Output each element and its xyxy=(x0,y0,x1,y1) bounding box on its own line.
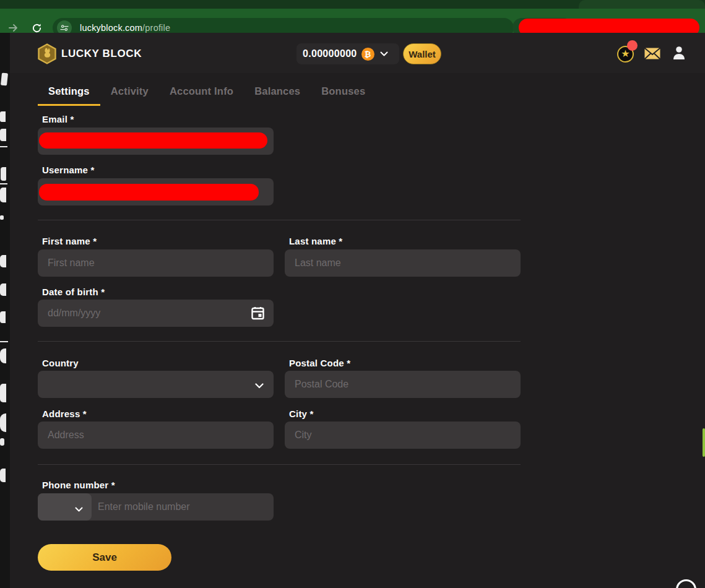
chevron-down-icon[interactable] xyxy=(380,51,388,56)
chevron-down-icon xyxy=(75,503,83,514)
address-input[interactable] xyxy=(38,422,274,449)
balance-selector[interactable]: 0.00000000 ₿ xyxy=(296,43,399,64)
address-label: Address * xyxy=(42,409,87,419)
redaction-bar-email xyxy=(39,132,267,149)
first-name-label: First name * xyxy=(42,236,97,246)
reload-icon[interactable] xyxy=(31,22,42,33)
browser-toolbar: luckyblock.com/profile xyxy=(0,9,705,33)
postal-code-label: Postal Code * xyxy=(289,358,350,368)
browser-window: luckyblock.com/profile LUCKY BLOCK 0 xyxy=(0,0,705,588)
section-divider xyxy=(38,464,521,465)
phone-country-code-select[interactable] xyxy=(38,493,92,521)
country-select[interactable] xyxy=(38,371,274,398)
city-input[interactable] xyxy=(285,422,521,449)
phone-field-group xyxy=(38,493,274,521)
tab-bonuses[interactable]: Bonuses xyxy=(311,81,376,106)
email-label: Email * xyxy=(42,114,74,124)
redaction-bar-username xyxy=(39,184,259,201)
scrollbar-thumb[interactable] xyxy=(703,428,705,457)
balance-amount: 0.00000000 xyxy=(303,48,357,59)
calendar-icon[interactable] xyxy=(251,306,264,322)
section-divider xyxy=(38,341,521,342)
bitcoin-icon: ₿ xyxy=(361,48,374,61)
person-icon[interactable] xyxy=(672,46,686,63)
city-label: City * xyxy=(289,409,314,419)
dob-label: Date of birth * xyxy=(42,287,105,297)
url-domain: luckyblock.com xyxy=(80,23,142,33)
forward-icon[interactable] xyxy=(7,22,19,33)
username-label: Username * xyxy=(42,165,95,175)
profile-tabs: Settings Activity Account Info Balances … xyxy=(38,81,376,106)
phone-label: Phone number * xyxy=(42,480,115,490)
tab-balances[interactable]: Balances xyxy=(244,81,311,106)
browser-tab[interactable] xyxy=(579,0,705,9)
mail-icon[interactable] xyxy=(644,48,660,62)
country-label: Country xyxy=(42,358,79,368)
section-divider xyxy=(38,220,521,220)
notification-dot xyxy=(627,40,638,51)
last-name-input[interactable] xyxy=(285,249,521,277)
url-path: /profile xyxy=(142,23,170,33)
sidebar-edge xyxy=(0,33,10,588)
dob-input[interactable] xyxy=(38,300,274,327)
postal-code-input[interactable] xyxy=(285,371,521,398)
chevron-down-icon xyxy=(255,380,264,391)
luckyblock-logo-icon[interactable] xyxy=(37,43,57,64)
wallet-button[interactable]: Wallet xyxy=(403,43,441,64)
first-name-input[interactable] xyxy=(38,249,274,277)
tab-settings[interactable]: Settings xyxy=(38,81,100,106)
phone-number-input[interactable] xyxy=(92,493,274,521)
tab-account-info[interactable]: Account Info xyxy=(159,81,244,106)
brand-name: LUCKY BLOCK xyxy=(61,48,142,60)
url-text[interactable]: luckyblock.com/profile xyxy=(80,23,170,33)
save-button[interactable]: Save xyxy=(38,544,171,571)
last-name-label: Last name * xyxy=(289,236,342,246)
tab-activity[interactable]: Activity xyxy=(100,81,159,106)
